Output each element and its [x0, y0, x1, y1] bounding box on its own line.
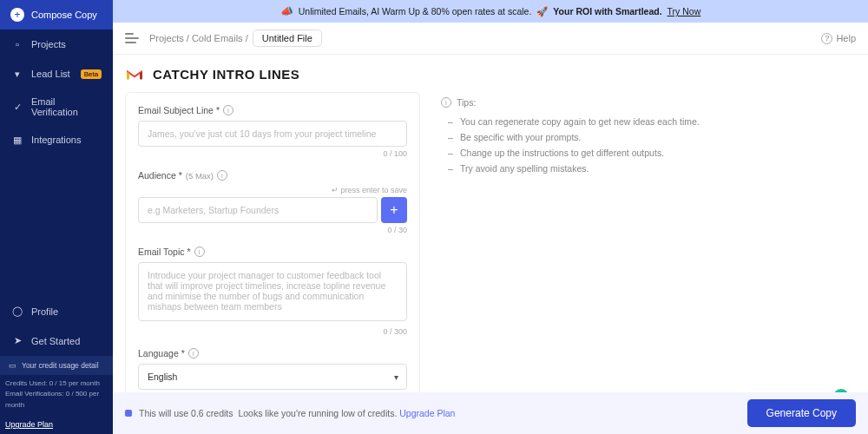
sidebar-label: Compose Copy: [31, 10, 97, 20]
tip-item: Be specific with your prompts.: [451, 132, 847, 142]
form-panel: Email Subject Line *i 0 / 100 Audience *…: [125, 92, 420, 422]
language-select[interactable]: English: [138, 364, 407, 390]
folder-icon: ▫: [10, 37, 24, 51]
crumb-sep: /: [184, 33, 192, 43]
grid-icon: ▦: [10, 133, 24, 147]
tips-heading: Tips:: [457, 97, 476, 108]
breadcrumb-bar: Projects / Cold Emails / Untitled File ?…: [113, 23, 868, 55]
page-header: CATCHY INTRO LINES: [113, 55, 868, 92]
sidebar-item-leadlist[interactable]: ▾ Lead List Beta: [0, 59, 113, 89]
sidebar-item-emailverif[interactable]: ✓ Email Verification: [0, 89, 113, 125]
help-label: Help: [836, 33, 856, 43]
sidebar-item-integrations[interactable]: ▦ Integrations: [0, 125, 113, 155]
crumb-sep: /: [243, 33, 251, 43]
credit-detail: Credits Used: 0 / 15 per month Email Ver…: [0, 375, 113, 415]
language-label: Language *: [138, 348, 185, 358]
sidebar-item-projects[interactable]: ▫ Projects: [0, 30, 113, 59]
banner-text-bold: Your ROI with Smartlead.: [553, 6, 661, 16]
tip-item: Try avoid any spelling mistakes.: [451, 163, 847, 174]
banner-text: Unlimited Emails, AI Warm Up & 80% open …: [299, 6, 532, 16]
promo-banner: 📣 Unlimited Emails, AI Warm Up & 80% ope…: [113, 0, 868, 23]
credit-title: Your credit usage detail: [22, 361, 99, 370]
credit-line: Email Verifications: 0 / 500 per month: [5, 389, 108, 411]
audience-label: Audience *: [138, 170, 182, 181]
sidebar-label: Email Verification: [31, 96, 102, 117]
info-icon[interactable]: i: [217, 170, 227, 181]
audience-input[interactable]: [138, 197, 378, 223]
audience-hint: ↵ press enter to save: [138, 186, 407, 194]
sidebar-label: Projects: [31, 39, 66, 49]
credit-usage-box: ▭Your credit usage detail: [0, 356, 113, 375]
rocket-icon: ➤: [10, 334, 24, 348]
credit-line: Credits Used: 0 / 15 per month: [5, 378, 108, 390]
check-icon: ✓: [10, 100, 24, 114]
audience-sub: (5 Max): [186, 171, 214, 181]
subject-label: Email Subject Line *: [138, 105, 220, 115]
rocket-icon: 🚀: [536, 6, 548, 17]
sidebar-item-compose[interactable]: + Compose Copy: [0, 0, 113, 30]
audience-counter: 0 / 30: [138, 226, 407, 234]
user-icon: ◯: [10, 305, 24, 319]
help-link[interactable]: ? Help: [821, 33, 856, 44]
tip-item: Change up the instructions to get differ…: [451, 148, 847, 158]
plus-icon: +: [10, 8, 24, 22]
topic-textarea[interactable]: [138, 262, 407, 321]
footer-warning: Looks like you're running low of credits…: [238, 408, 397, 418]
sidebar-item-getstarted[interactable]: ➤ Get Started: [0, 326, 113, 356]
sidebar: + Compose Copy ▫ Projects ▾ Lead List Be…: [0, 0, 113, 434]
chevron-down-icon: ▾: [10, 67, 24, 81]
crumb-file[interactable]: Untitled File: [253, 30, 322, 47]
field-subject: Email Subject Line *i 0 / 100: [138, 105, 407, 158]
footer-bar: This will use 0.6 credits Looks like you…: [113, 392, 868, 434]
page-title: CATCHY INTRO LINES: [153, 67, 299, 82]
main-area: 📣 Unlimited Emails, AI Warm Up & 80% ope…: [113, 0, 868, 434]
help-icon: ?: [821, 33, 832, 44]
indicator-icon: [125, 410, 132, 417]
sidebar-label: Profile: [31, 306, 58, 317]
field-audience: Audience *(5 Max)i ↵ press enter to save…: [138, 170, 407, 234]
field-language: Language *i English: [138, 348, 407, 390]
info-icon[interactable]: i: [194, 247, 205, 257]
tip-item: You can regenerate copy again to get new…: [451, 116, 847, 127]
topic-counter: 0 / 300: [138, 327, 407, 336]
sidebar-label: Get Started: [31, 336, 80, 346]
upgrade-plan-link[interactable]: Upgrade Plan: [0, 415, 113, 434]
crumb-projects[interactable]: Projects: [149, 33, 184, 43]
generate-copy-button[interactable]: Generate Copy: [747, 399, 856, 427]
sidebar-item-profile[interactable]: ◯ Profile: [0, 297, 113, 326]
menu-toggle-icon[interactable]: [125, 33, 139, 43]
tips-list: You can regenerate copy again to get new…: [441, 116, 847, 174]
banner-cta[interactable]: Try Now: [667, 6, 701, 16]
field-topic: Email Topic *i 0 / 300: [138, 247, 407, 336]
info-icon[interactable]: i: [223, 105, 233, 115]
add-audience-button[interactable]: +: [381, 197, 407, 223]
crumb-coldemails[interactable]: Cold Emails: [192, 33, 243, 43]
footer-upgrade-link[interactable]: Upgrade Plan: [399, 408, 455, 418]
sidebar-label: Integrations: [31, 135, 81, 145]
info-icon[interactable]: i: [188, 348, 199, 358]
card-icon: ▭: [9, 361, 16, 370]
topic-label: Email Topic *: [138, 247, 191, 257]
beta-badge: Beta: [81, 69, 102, 79]
info-icon: i: [441, 97, 451, 108]
footer-credits: This will use 0.6 credits: [139, 408, 233, 418]
megaphone-icon: 📣: [280, 5, 293, 17]
subject-counter: 0 / 100: [138, 149, 407, 158]
gmail-icon: [125, 68, 144, 82]
sidebar-label: Lead List: [31, 69, 70, 79]
tips-panel: iTips: You can regenerate copy again to …: [432, 92, 856, 422]
subject-input[interactable]: [138, 121, 407, 147]
